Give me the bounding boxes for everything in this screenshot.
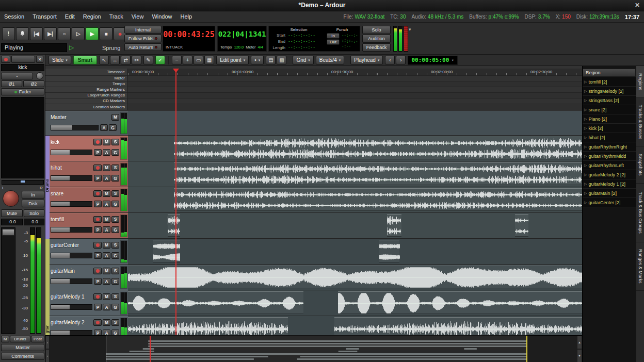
audio-region[interactable]: [379, 240, 400, 262]
expander-icon[interactable]: ▷: [584, 98, 587, 103]
tool-range-button[interactable]: ↔: [110, 56, 120, 64]
track-header-snare[interactable]: snareMSPAG: [45, 187, 128, 213]
timeline-track-guitarcenter[interactable]: [128, 239, 582, 265]
audio-region[interactable]: [174, 162, 582, 185]
region-list-item[interactable]: ▷stringsMelody [2]: [583, 87, 636, 96]
timeline-track-snare[interactable]: [128, 187, 582, 213]
expander-icon[interactable]: ▷: [584, 182, 587, 186]
zoom-focus-combo[interactable]: Playhead ▾: [350, 56, 383, 64]
track-g-button[interactable]: G: [111, 226, 119, 233]
transport-play-button[interactable]: ▶: [86, 27, 99, 40]
output-button[interactable]: Master: [1, 344, 44, 351]
track-g-button[interactable]: G: [109, 124, 117, 131]
track-group-drums[interactable]: Drums: [45, 136, 50, 239]
region-list-item[interactable]: ▷snare [2]: [583, 105, 636, 114]
timeline-track-guitarmelody-1[interactable]: [128, 290, 582, 316]
track-fader[interactable]: [51, 201, 92, 207]
strip-trim-button[interactable]: -: [1, 73, 33, 79]
ruler-lane-location-markers[interactable]: [128, 104, 582, 110]
transport-metronome-button[interactable]: [16, 27, 29, 40]
track-p-button[interactable]: P: [94, 226, 102, 233]
grid-mode-combo[interactable]: Grid ▾: [293, 56, 313, 64]
audio-region[interactable]: [174, 137, 582, 159]
audio-region[interactable]: [174, 188, 582, 211]
track-p-button[interactable]: P: [94, 175, 102, 182]
mixer-view-button[interactable]: ▧: [277, 56, 286, 64]
menu-help[interactable]: Help: [176, 11, 197, 22]
fader-handle[interactable]: [2, 229, 14, 236]
summary-scroll-up-button[interactable]: ▲: [577, 336, 582, 349]
region-list-item[interactable]: ▷hihat [2]: [583, 133, 636, 142]
region-list-item[interactable]: ▷stringsBass [2]: [583, 96, 636, 105]
region-list-item[interactable]: ▷guitarCenter [2]: [583, 198, 636, 207]
ruler-lane-meter[interactable]: [128, 76, 582, 81]
auto-return-button[interactable]: Auto Return: [124, 43, 162, 51]
monitor-input-button[interactable]: In: [22, 191, 44, 199]
strip-tab-post[interactable]: Post: [31, 336, 44, 342]
track-fader[interactable]: [51, 253, 92, 258]
track-fader[interactable]: [51, 175, 92, 181]
solo-button[interactable]: Solo: [362, 26, 391, 34]
tool-grab-button[interactable]: ↖: [99, 56, 109, 64]
track-g-button[interactable]: G: [111, 201, 119, 207]
summary-scroll-down-button[interactable]: ▼: [577, 349, 582, 362]
side-tab-ranges-marks[interactable]: Ranges & Marks: [636, 242, 644, 291]
strip-tab-drums[interactable]: Drums: [10, 336, 30, 342]
gain-display[interactable]: -0.0: [1, 219, 23, 225]
timeline-track-tomfill[interactable]: [128, 213, 582, 239]
track-a-button[interactable]: A: [103, 304, 110, 310]
marker-combo[interactable]: • ▾: [251, 56, 264, 64]
follow-edits-button[interactable]: Follow Edits: [124, 35, 162, 42]
track-header-guitarcenter[interactable]: guitarCenterMSPAG: [45, 239, 128, 265]
primary-clock[interactable]: 00:00:43:25 INT/JACK: [163, 26, 215, 52]
timeline-track-kick[interactable]: [128, 136, 582, 161]
audio-region[interactable]: [387, 214, 401, 237]
pan-slider[interactable]: [2, 180, 44, 185]
comments-button[interactable]: Comments: [1, 353, 44, 360]
track-header-kick[interactable]: kickMSPAG: [45, 136, 128, 161]
track-m-button[interactable]: M: [103, 190, 110, 197]
track-a-button[interactable]: A: [103, 278, 110, 285]
track-group-gtar[interactable]: gtar: [45, 239, 50, 335]
track-p-button[interactable]: P: [94, 278, 102, 285]
monitor-disk-button[interactable]: Disk: [22, 200, 44, 207]
nav-next-button[interactable]: ›: [396, 56, 406, 64]
secondary-clock[interactable]: 022|04|1341 Tempo 120.0 Meter 4/4: [217, 26, 267, 52]
trim-knob[interactable]: [36, 72, 43, 79]
track-a-button[interactable]: A: [103, 226, 110, 233]
expander-icon[interactable]: ▷: [584, 173, 587, 177]
track-m-button[interactable]: M: [103, 268, 110, 274]
track-m-button[interactable]: M: [103, 216, 110, 223]
region-list-item[interactable]: ▷kick [2]: [583, 124, 636, 133]
peak-display[interactable]: -0.0: [24, 219, 44, 225]
menu-session[interactable]: Session: [0, 11, 28, 22]
audio-region[interactable]: [128, 317, 288, 335]
region-list-item[interactable]: ▷guitarRhythmRight: [583, 142, 636, 152]
side-tab-regions[interactable]: Regions: [636, 66, 644, 98]
track-m-button[interactable]: M: [103, 293, 110, 300]
expander-icon[interactable]: ▷: [584, 136, 587, 140]
menu-transport[interactable]: Transport: [28, 11, 61, 22]
expander-icon[interactable]: ▷: [584, 89, 587, 93]
region-list-item[interactable]: ▷guitarRhythmMidd: [583, 152, 636, 161]
region-list-header[interactable]: Region: [583, 69, 636, 77]
track-g-button[interactable]: G: [111, 149, 119, 156]
expander-icon[interactable]: ▷: [584, 191, 587, 195]
expander-icon[interactable]: ▷: [584, 201, 587, 205]
summary-canvas[interactable]: [50, 336, 577, 362]
audio-region[interactable]: [515, 214, 528, 237]
transport-options-caret[interactable]: ▾: [409, 27, 411, 32]
ruler-lane-range-markers[interactable]: [128, 87, 582, 93]
transport-goto-end-button[interactable]: ▶|: [44, 27, 57, 40]
record-arm-button[interactable]: [93, 164, 102, 171]
expander-icon[interactable]: ▷: [584, 117, 587, 121]
transport-loop-button[interactable]: ○: [58, 27, 71, 40]
side-tab-snapshots[interactable]: Snapshots: [636, 146, 644, 184]
record-arm-button[interactable]: [93, 242, 102, 249]
zoom-session-button[interactable]: ▭: [194, 56, 203, 64]
track-a-button[interactable]: A: [103, 330, 110, 335]
track-p-button[interactable]: P: [94, 149, 102, 156]
playhead[interactable]: [175, 69, 176, 335]
track-fader[interactable]: [51, 330, 92, 335]
strip-hide-button[interactable]: ✕: [36, 56, 43, 63]
